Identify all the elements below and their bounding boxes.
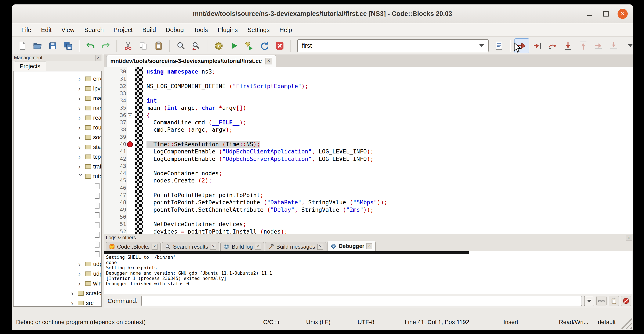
close-tab-icon[interactable]: × bbox=[255, 244, 261, 250]
breakpoint-margin[interactable] bbox=[126, 206, 135, 213]
chevron-right-icon[interactable]: › bbox=[78, 280, 85, 287]
code-line-43[interactable]: 43 bbox=[104, 163, 633, 170]
breakpoint-margin[interactable] bbox=[126, 170, 135, 177]
minimize-button[interactable] bbox=[584, 9, 595, 19]
copy-button[interactable] bbox=[136, 39, 150, 53]
breakpoint-margin[interactable] bbox=[126, 97, 135, 104]
find-button[interactable] bbox=[174, 39, 188, 53]
tab-debugger[interactable]: Debugger × bbox=[328, 241, 376, 251]
management-caption[interactable]: Management × bbox=[12, 55, 102, 61]
run-button[interactable] bbox=[227, 39, 241, 53]
code-line-51[interactable]: 51 NetDeviceContainer devices; bbox=[104, 221, 633, 228]
chevron-right-icon[interactable]: › bbox=[78, 144, 85, 150]
menu-settings[interactable]: Settings bbox=[242, 27, 274, 34]
tab-search-results[interactable]: Search results × bbox=[162, 242, 219, 251]
replace-button[interactable] bbox=[189, 39, 203, 53]
maximize-button[interactable] bbox=[601, 9, 611, 19]
close-tab-icon[interactable]: × bbox=[265, 58, 272, 65]
breakpoint-margin[interactable] bbox=[126, 83, 135, 90]
breakpoint-margin[interactable] bbox=[126, 148, 135, 155]
breakpoint-margin[interactable] bbox=[126, 184, 135, 192]
code-line-40[interactable]: 40 Time::SetResolution (Time::NS); bbox=[104, 141, 633, 148]
code-line-34[interactable]: 34int bbox=[104, 97, 633, 104]
resize-grip[interactable] bbox=[620, 317, 632, 329]
paste-button[interactable] bbox=[152, 39, 166, 53]
tree-item-traf[interactable]: ›traf bbox=[14, 162, 101, 171]
chevron-right-icon[interactable]: › bbox=[71, 290, 78, 297]
tree-item-udp-[interactable]: ›udp- bbox=[14, 269, 101, 279]
menu-debug[interactable]: Debug bbox=[161, 27, 189, 34]
code-line-35[interactable]: 35main (int argc, char *argv[]) bbox=[104, 104, 633, 112]
menu-edit[interactable]: Edit bbox=[36, 27, 56, 34]
breakpoint-margin[interactable] bbox=[126, 68, 135, 75]
code-line-45[interactable]: 45 nodes.Create (2); bbox=[104, 177, 633, 184]
tree-item-mat[interactable]: ›mat bbox=[14, 94, 101, 103]
breakpoint-margin[interactable] bbox=[126, 134, 135, 141]
chevron-right-icon[interactable]: › bbox=[78, 124, 85, 131]
tree-item-ipv6[interactable]: ›ipv6 bbox=[14, 84, 101, 94]
close-tab-icon[interactable]: × bbox=[366, 243, 372, 249]
breakpoint-margin[interactable] bbox=[126, 163, 135, 170]
undo-button[interactable] bbox=[84, 39, 98, 53]
code-line-30[interactable]: 30using namespace ns3; bbox=[104, 68, 633, 75]
tree-item-scratc[interactable]: ›scratc bbox=[14, 288, 101, 298]
stop-debugger-button[interactable] bbox=[621, 296, 631, 306]
code-line-42[interactable]: 42 LogComponentEnable ("UdpEchoServerApp… bbox=[104, 155, 633, 163]
chevron-right-icon[interactable]: › bbox=[78, 153, 85, 160]
step-into-instruction-button[interactable] bbox=[607, 39, 621, 53]
menu-help[interactable]: Help bbox=[274, 27, 297, 34]
code-line-44[interactable]: 44 NodeContainer nodes; bbox=[104, 170, 633, 177]
step-into-button[interactable] bbox=[561, 39, 575, 53]
project-tree[interactable]: ›erro›ipv6›mat›nam›real›rout›sock›stat›t… bbox=[13, 71, 102, 307]
tree-item-udp[interactable]: ›udp bbox=[14, 259, 101, 269]
info-page-button[interactable] bbox=[492, 39, 506, 53]
breakpoint-icon[interactable] bbox=[127, 141, 133, 147]
close-tab-icon[interactable]: × bbox=[317, 244, 323, 250]
code-line-47[interactable]: 47 PointToPointHelper pointToPoint; bbox=[104, 192, 633, 199]
fold-marker-icon[interactable]: - bbox=[128, 113, 132, 117]
code-line-39[interactable]: 39 bbox=[104, 134, 633, 141]
tab-projects[interactable]: Projects bbox=[14, 61, 46, 71]
tab-build-messages[interactable]: Build messages × bbox=[265, 242, 326, 251]
breakpoint-margin[interactable] bbox=[126, 199, 135, 206]
code-line-41[interactable]: 41 LogComponentEnable ("UdpEchoClientApp… bbox=[104, 148, 633, 155]
menu-view[interactable]: View bbox=[56, 27, 80, 34]
tree-item-erro[interactable]: ›erro bbox=[14, 74, 101, 84]
close-tab-icon[interactable]: × bbox=[210, 244, 216, 250]
chevron-right-icon[interactable]: › bbox=[78, 163, 85, 170]
new-file-button[interactable] bbox=[15, 39, 29, 53]
menu-tools[interactable]: Tools bbox=[189, 27, 213, 34]
breakpoint-margin[interactable] bbox=[126, 141, 135, 148]
code-line-46[interactable]: 46 bbox=[104, 184, 633, 192]
chevron-right-icon[interactable]: › bbox=[78, 114, 85, 121]
cut-button[interactable] bbox=[121, 39, 135, 53]
run-to-cursor-button[interactable] bbox=[530, 39, 544, 53]
tree-item-wire[interactable]: ›wire bbox=[14, 279, 101, 288]
next-instruction-button[interactable] bbox=[592, 39, 606, 53]
build-button[interactable] bbox=[212, 39, 226, 53]
close-management-icon[interactable]: × bbox=[95, 55, 101, 61]
breakpoint-margin[interactable] bbox=[126, 177, 135, 184]
logs-caption[interactable]: Logs & others × bbox=[104, 234, 633, 241]
breakpoint-margin[interactable] bbox=[126, 75, 135, 83]
command-input[interactable] bbox=[142, 296, 582, 306]
breakpoint-margin[interactable] bbox=[126, 192, 135, 199]
step-out-button[interactable] bbox=[576, 39, 590, 53]
code-line-38[interactable]: 38 cmd.Parse (argc, argv); bbox=[104, 126, 633, 133]
breakpoint-margin[interactable] bbox=[126, 119, 135, 126]
breakpoint-margin[interactable] bbox=[126, 228, 135, 234]
next-line-button[interactable] bbox=[546, 39, 560, 53]
toolbar-overflow-button[interactable] bbox=[623, 39, 634, 53]
menu-file[interactable]: File bbox=[16, 27, 36, 34]
code-line-32[interactable]: 32NS_LOG_COMPONENT_DEFINE ("FirstScriptE… bbox=[104, 83, 633, 90]
chevron-right-icon[interactable]: › bbox=[78, 261, 85, 267]
redo-button[interactable] bbox=[99, 39, 113, 53]
tree-item-stat[interactable]: ›stat bbox=[14, 142, 101, 152]
code-line-36[interactable]: 36-{ bbox=[104, 112, 633, 119]
command-history-dropdown[interactable] bbox=[584, 296, 594, 306]
tree-item-fif[interactable]: fif bbox=[14, 181, 101, 191]
build-target-combo[interactable]: first bbox=[297, 39, 488, 52]
tab-build-log[interactable]: Build log × bbox=[220, 242, 264, 251]
abort-build-button[interactable] bbox=[273, 39, 287, 53]
tree-item-si[interactable]: si bbox=[14, 240, 101, 249]
